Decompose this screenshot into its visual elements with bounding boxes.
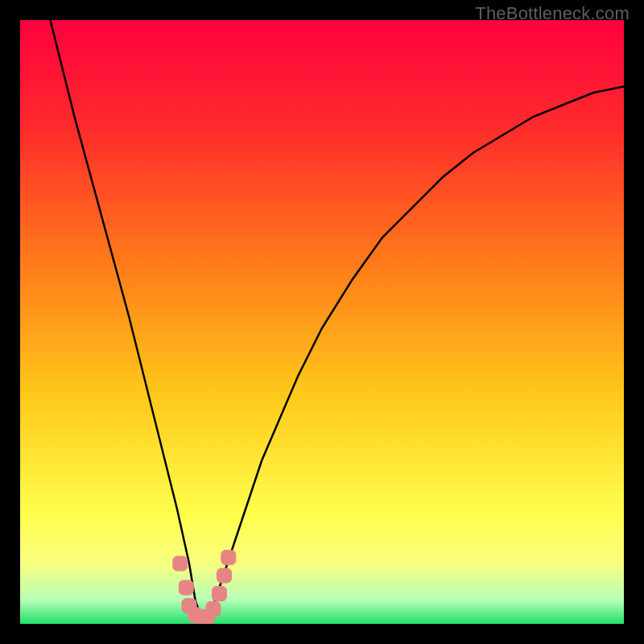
watermark-text: TheBottleneck.com bbox=[475, 3, 630, 24]
marker-point bbox=[206, 601, 221, 616]
plot-area bbox=[20, 20, 624, 624]
marker-point bbox=[213, 587, 227, 601]
marker-point bbox=[217, 568, 232, 583]
marker-point bbox=[179, 580, 193, 595]
chart-container: TheBottleneck.com bbox=[0, 0, 644, 644]
bottleneck-curve-chart bbox=[20, 20, 624, 624]
marker-point bbox=[221, 551, 236, 565]
gradient-background bbox=[20, 20, 624, 624]
marker-point bbox=[173, 556, 188, 571]
